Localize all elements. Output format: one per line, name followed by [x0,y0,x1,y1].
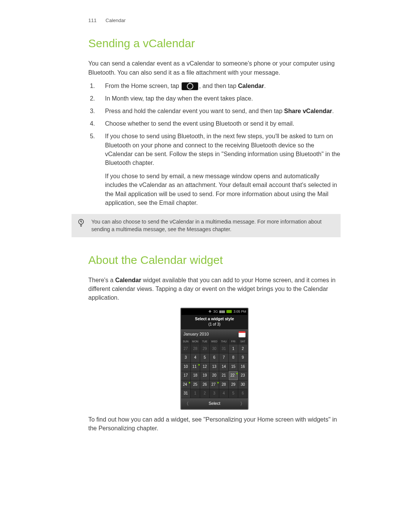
calendar-cell: 2 [200,389,210,398]
steps-list: From the Home screen, tap , and then tap… [88,81,341,207]
step-2: In Month view, tap the day when the even… [97,94,341,103]
dow-cell: SUN [181,339,191,344]
calendar-cell: 6 [210,353,219,363]
calendar-cell: 16 [238,363,248,372]
page-number: 111 [88,18,97,23]
dow-cell: TUE [200,339,210,344]
calendar-cell: 24 [181,380,191,390]
phone-mock: ✥ 3G ▮▮▮ 3:05 PM Select a widget style (… [180,308,249,410]
calendar-cell: 4 [191,353,200,363]
calendar-cell: 15 [229,363,238,372]
calendar-cell: 30 [210,345,219,354]
battery-icon [226,310,232,313]
phone-status-bar: ✥ 3G ▮▮▮ 3:05 PM [181,308,248,315]
gps-icon: ✥ [209,309,212,314]
month-bar: January 2010 [181,329,248,339]
lightbulb-icon [77,218,85,230]
tip-text: You can also choose to send the vCalenda… [91,219,322,232]
select-button-label: Select [189,401,240,407]
widget-paragraph-1: There's a Calendar widget available that… [88,276,341,302]
calendar-cell: 4 [219,389,229,398]
network-label: 3G [213,309,218,314]
calendar-cell: 29 [229,380,238,390]
calendar-cell: 27 [210,380,219,390]
calendar-cell: 1 [229,345,238,354]
widget-picker-title: Select a widget style [181,315,248,322]
calendar-cell: 25 [191,380,200,390]
clock-label: 3:05 PM [233,309,246,314]
widget-paragraph-2: To find out how you can add a widget, se… [88,415,341,433]
calendar-cell: 5 [229,389,238,398]
section-title-widget: About the Calendar widget [88,252,341,268]
tip-callout: You can also choose to send the vCalenda… [72,214,341,237]
calendar-cell: 22 [229,371,238,380]
prev-arrow-icon: 〈 [184,401,189,407]
calendar-cell: 3 [181,353,191,363]
calendar-cell: 19 [200,371,210,380]
widget-picker-subtitle: (1 of 3) [181,322,248,330]
calendar-cell: 7 [219,353,229,363]
calendar-cell: 13 [210,363,219,372]
calendar-cell: 6 [238,389,248,398]
calendar-cell: 3 [210,389,219,398]
step-1: From the Home screen, tap , and then tap… [97,81,341,90]
day-of-week-row: SUNMONTUEWEDTHUFRISAT [181,339,248,344]
calendar-cell: 28 [219,380,229,390]
calendar-cell: 11 [191,363,200,372]
calendar-cell: 18 [191,371,200,380]
document-page: 111 Calendar Sending a vCalendar You can… [0,0,411,532]
calendar-cell: 27 [181,345,191,354]
calendar-cell: 21 [219,371,229,380]
month-label: January 2010 [183,331,209,337]
calendar-cell: 1 [191,389,200,398]
dow-cell: FRI [229,339,238,344]
step-3: Press and hold the calendar event you wa… [97,107,341,115]
signal-icon: ▮▮▮ [219,309,225,314]
calendar-cell: 30 [238,380,248,390]
page-header: 111 Calendar [88,17,341,24]
calendar-grid: 2728293031123456789101112131415161718192… [181,345,248,398]
step-4: Choose whether to send the event using B… [97,119,341,128]
phone-screenshot: ✥ 3G ▮▮▮ 3:05 PM Select a widget style (… [88,308,341,410]
calendar-cell: 29 [200,345,210,354]
calendar-cell: 12 [200,363,210,372]
calendar-icon [239,331,245,337]
dow-cell: MON [191,339,200,344]
calendar-cell: 26 [200,380,210,390]
calendar-cell: 10 [181,363,191,372]
calendar-cell: 9 [238,353,248,363]
dow-cell: WED [210,339,219,344]
next-arrow-icon: 〉 [240,401,245,407]
dow-cell: THU [219,339,229,344]
calendar-cell: 8 [229,353,238,363]
calendar-cell: 17 [181,371,191,380]
calendar-cell: 14 [219,363,229,372]
chapter-name: Calendar [105,18,126,23]
calendar-cell: 20 [210,371,219,380]
all-apps-icon [182,82,198,90]
calendar-cell: 31 [181,389,191,398]
calendar-cell: 5 [200,353,210,363]
intro-paragraph: You can send a calendar event as a vCale… [88,59,341,77]
step-5: If you chose to send using Bluetooth, in… [97,132,341,207]
calendar-cell: 28 [191,345,200,354]
calendar-cell: 23 [238,371,248,380]
calendar-cell: 31 [219,345,229,354]
section-title-sending: Sending a vCalendar [88,35,341,52]
dow-cell: SAT [238,339,248,344]
calendar-cell: 2 [238,345,248,354]
phone-footer: 〈 Select 〉 [181,398,248,409]
